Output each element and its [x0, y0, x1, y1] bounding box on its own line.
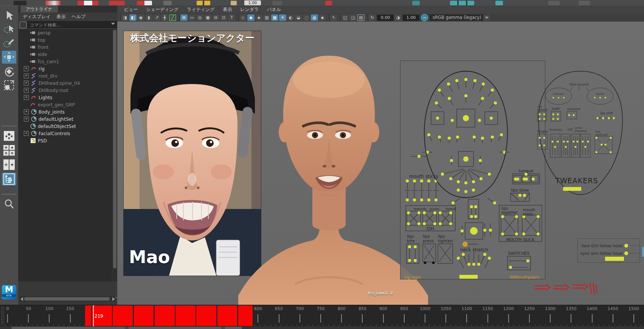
item-label[interactable]: export_geo_GRP	[38, 102, 75, 108]
isolate-select-icon[interactable]: ◱	[341, 14, 349, 21]
scroll-right-icon[interactable]	[112, 297, 115, 301]
gui-yellow-bar[interactable]	[459, 275, 478, 279]
expand-icon[interactable]: +	[24, 81, 29, 86]
isolate-view-icon[interactable]: ◲	[349, 14, 357, 21]
outliner-item-lights[interactable]: +Lights	[18, 94, 112, 101]
outliner-item-facialcontrols[interactable]: +FacialControls	[18, 130, 112, 137]
follow-yellow-bar[interactable]	[605, 257, 624, 261]
item-label[interactable]: fcs_cam1	[38, 59, 59, 64]
two-pane-layout[interactable]	[2, 158, 16, 171]
range-handle[interactable]	[125, 327, 129, 329]
expand-icon[interactable]: +	[24, 131, 29, 136]
menu-renderer[interactable]: レンダラ	[240, 6, 259, 14]
shelf-icon-fragment[interactable]	[45, 1, 61, 5]
timeline-red-range[interactable]	[85, 306, 253, 326]
tweakers-yellow-bar[interactable]	[563, 187, 581, 191]
item-label[interactable]: PSD	[38, 138, 47, 143]
chevron-down-icon[interactable]	[111, 23, 115, 25]
field-chart-icon[interactable]: ⊟	[212, 14, 219, 21]
item-label[interactable]: FacialControls	[39, 131, 70, 136]
expand-icon[interactable]: +	[24, 95, 29, 100]
expand-icon[interactable]: +	[24, 117, 29, 122]
scrollbar-thumb[interactable]	[113, 30, 116, 268]
scale-tool[interactable]	[2, 79, 16, 92]
four-pane-layout[interactable]	[2, 144, 16, 157]
gamma-field[interactable]: 1.00	[403, 15, 419, 21]
chevron-down-icon[interactable]	[483, 14, 490, 21]
pan-zoom-icon[interactable]: ╋	[161, 14, 168, 21]
item-label[interactable]: defaultObjectSet	[38, 124, 76, 129]
wireframe-icon[interactable]: ◇	[239, 14, 247, 21]
shadows-icon[interactable]: ◐	[287, 14, 294, 21]
outliner-item-dhihead-spine-04[interactable]: +DHIhead:spine_04	[18, 80, 112, 87]
viewport-canvas[interactable]: 株式会社モーションアクター Mao mouth stickytowardspur…	[117, 22, 644, 305]
search-icon[interactable]	[2, 198, 16, 210]
item-label[interactable]: persp	[38, 30, 51, 36]
film-gate-icon[interactable]: ▭	[188, 14, 196, 21]
item-label[interactable]: top	[38, 37, 45, 43]
outliner-tab[interactable]: アウトライナ	[20, 6, 58, 12]
command-search-input[interactable]: コマンド検索...	[27, 21, 120, 28]
scrollbar-thumb[interactable]	[24, 297, 110, 301]
shelf-icon-fragment[interactable]	[137, 1, 152, 5]
select-tool[interactable]	[2, 10, 16, 23]
outliner-item-persp[interactable]: persp	[18, 29, 112, 36]
expand-icon[interactable]: +	[24, 66, 29, 71]
outliner-item-dhibody-root[interactable]: +DHIbody:root	[18, 87, 112, 94]
outliner-menu-display[interactable]: ディスプレイ	[23, 12, 51, 21]
shelf-icon-fragment[interactable]	[272, 1, 282, 5]
shelf-strip[interactable]: 1.00	[0, 0, 644, 6]
camera-attributes-icon[interactable]: ◉	[137, 14, 144, 21]
shelf-icon-fragment[interactable]	[78, 1, 98, 5]
outliner-item-root-drv[interactable]: +root_drv	[18, 72, 112, 80]
shelf-icon-fragment[interactable]	[450, 1, 474, 5]
smooth-shade-icon[interactable]: ◆	[247, 14, 254, 21]
outliner-item-psd[interactable]: PSD	[18, 137, 112, 144]
outliner-persp-layout[interactable]	[2, 173, 16, 186]
wireframe-on-shaded-icon[interactable]: ▦	[271, 14, 278, 21]
menu-shading[interactable]: シェーディング	[146, 6, 178, 14]
camera-lock-icon[interactable]: ◧	[129, 14, 137, 21]
range-handle[interactable]	[221, 327, 225, 329]
flat-shade-icon[interactable]: ◈	[255, 14, 262, 21]
exposure-field[interactable]: 0.00	[377, 15, 394, 21]
time-slider[interactable]: 0501001502002503003504004505005506006507…	[0, 305, 644, 327]
shelf-icon-fragment[interactable]	[325, 1, 332, 5]
motion-blur-icon[interactable]: ◌	[303, 14, 310, 21]
item-label[interactable]: Body_joints	[39, 109, 65, 115]
menu-lighting[interactable]: ライティング	[187, 6, 215, 14]
shelf-icon-fragment[interactable]	[14, 1, 26, 5]
multisample-aa-icon[interactable]: ◍	[311, 14, 318, 21]
outliner-item-body-joints[interactable]: +Body_joints	[18, 108, 112, 115]
item-label[interactable]: DHIbody:root	[39, 88, 68, 93]
follow-toggle-dot[interactable]	[624, 244, 628, 248]
item-label[interactable]: rig	[39, 66, 45, 72]
shelf-icon-fragment[interactable]	[579, 1, 590, 5]
selection-mask-icon[interactable]	[20, 22, 26, 28]
pencil-2d-panzoom-icon[interactable]: ╱	[169, 14, 176, 21]
shelf-value-field[interactable]: 1.00	[244, 0, 261, 5]
outliner-item-defaultobjectset[interactable]: defaultObjectSet	[18, 123, 112, 130]
outliner-item-fcs-cam1[interactable]: fcs_cam1	[18, 58, 112, 65]
follow-head-box[interactable]: face GUI follow headeyes aim follow head	[577, 239, 640, 263]
depth-of-field-icon[interactable]: ▪	[319, 14, 326, 21]
menu-view[interactable]: ビュー	[124, 6, 138, 14]
single-pane-layout[interactable]	[2, 129, 16, 142]
paint-select-tool[interactable]	[2, 37, 16, 50]
color-management-toggle-icon[interactable]: ON	[421, 14, 428, 21]
outliner-horizontal-scrollbar[interactable]	[20, 296, 116, 301]
item-label[interactable]: DHIhead:spine_04	[39, 81, 80, 86]
select-object-icon[interactable]: ↖	[330, 14, 337, 21]
gate-mask-icon[interactable]: ▣	[204, 14, 211, 21]
follow-head-controls[interactable]: face GUI follow headeyes aim follow head	[578, 239, 639, 262]
shelf-icon-fragment[interactable]	[109, 1, 125, 5]
item-label[interactable]: front	[38, 45, 49, 50]
menu-show[interactable]: 表示	[223, 6, 232, 14]
safe-title-icon[interactable]: T	[228, 14, 235, 21]
item-label[interactable]: root_drv	[39, 73, 57, 79]
outliner-item-top[interactable]: top	[18, 36, 112, 44]
move-tool[interactable]	[2, 51, 16, 64]
shelf-icon-fragment[interactable]	[412, 1, 420, 5]
follow-toggle-dot[interactable]	[624, 251, 628, 255]
timeline-playhead[interactable]	[93, 305, 94, 326]
